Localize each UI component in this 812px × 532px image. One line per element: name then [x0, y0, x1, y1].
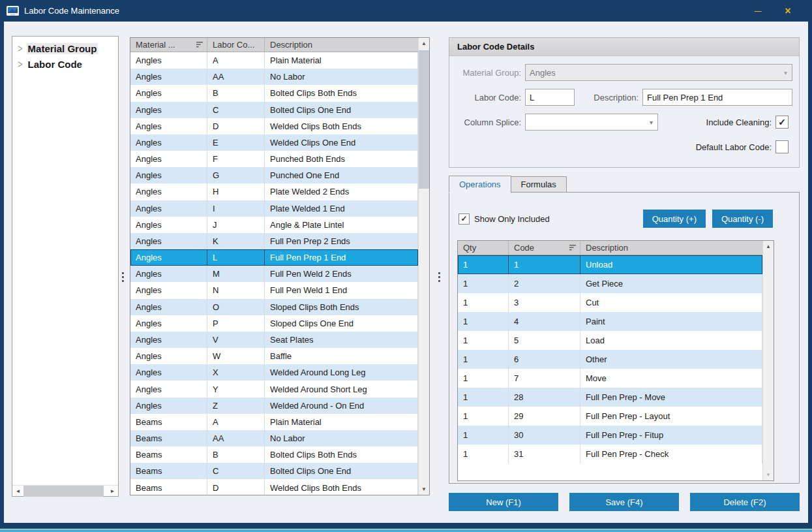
description-field[interactable] — [642, 89, 792, 106]
cell-code: 28 — [509, 388, 580, 407]
scroll-down-icon[interactable]: ▼ — [419, 486, 429, 492]
cell-material-group: Angles — [130, 381, 207, 397]
labor-grid-row[interactable]: Beams C Bolted Clips One End — [130, 463, 418, 479]
labor-grid-row[interactable]: Beams A Plain Material — [130, 414, 418, 430]
operation-row[interactable]: 1 5 Load — [458, 331, 762, 350]
scroll-down-icon[interactable]: ▼ — [763, 472, 774, 478]
quantity-plus-button[interactable]: Quantity (+) — [643, 210, 706, 228]
operation-row[interactable]: 1 6 Other — [458, 350, 762, 369]
tab-operations[interactable]: Operations — [449, 176, 511, 193]
cell-labor-code: X — [207, 364, 265, 381]
column-header-label: Code — [514, 243, 534, 253]
labor-grid-row[interactable]: Angles V Seat Plates — [130, 332, 418, 348]
labor-grid-row[interactable]: Angles N Full Pen Weld 1 End — [130, 282, 418, 298]
cell-qty: 1 — [458, 255, 509, 274]
scrollbar-thumb[interactable] — [23, 486, 104, 497]
cell-material-group: Beams — [130, 463, 207, 479]
cell-description: Welded Clips Both Ends — [265, 479, 418, 495]
cell-description: Welded Clips Both Ends — [265, 118, 418, 134]
labor-code-input[interactable] — [530, 89, 574, 105]
column-header-labor-code[interactable]: Labor Co... — [207, 38, 265, 52]
labor-grid-row[interactable]: Angles K Full Pen Prep 2 Ends — [130, 233, 418, 249]
cell-description: Full Pen Weld 2 Ends — [265, 266, 418, 282]
labor-grid-row[interactable]: Angles X Welded Around Long Leg — [130, 364, 418, 381]
tab-formulas[interactable]: Formulas — [511, 176, 567, 193]
show-only-included-checkbox[interactable]: ✓ — [459, 213, 470, 225]
scroll-up-icon[interactable]: ▲ — [419, 40, 429, 46]
window-bottom-border — [0, 523, 812, 529]
labor-grid-row[interactable]: Angles E Welded Clips One End — [130, 134, 418, 151]
operation-row[interactable]: 1 1 Unload — [458, 255, 762, 274]
close-button[interactable]: × — [773, 0, 803, 22]
tree-horizontal-scrollbar[interactable]: ◄ ► — [12, 485, 118, 496]
splitter-handle-left[interactable] — [120, 267, 125, 287]
operation-row[interactable]: 1 29 Full Pen Prep - Layout — [458, 407, 762, 426]
column-header-material-group[interactable]: Material ... — [130, 38, 207, 52]
labor-grid-row[interactable]: Beams B Bolted Clips Both Ends — [130, 446, 418, 463]
column-header-code[interactable]: Code — [509, 241, 580, 255]
labor-grid-row[interactable]: Angles B Bolted Clips Both Ends — [130, 85, 418, 101]
column-splice-dropdown[interactable]: ▾ — [525, 114, 658, 131]
cell-description: Load — [580, 331, 762, 350]
cell-description: Other — [580, 350, 762, 369]
labor-grid-row[interactable]: Angles O Sloped Clips Both Ends — [130, 299, 418, 315]
labor-grid-row[interactable]: Angles AA No Labor — [130, 69, 418, 85]
chevron-right-icon[interactable]: > — [18, 42, 23, 55]
operations-grid-scrollbar[interactable]: ▲ ▼ — [762, 241, 774, 480]
cell-qty: 1 — [458, 274, 509, 293]
bottom-accent-strip — [0, 529, 812, 532]
cell-description: Punched One End — [265, 167, 418, 183]
operation-row[interactable]: 1 3 Cut — [458, 293, 762, 312]
minimize-button[interactable]: ─ — [743, 0, 773, 22]
operation-row[interactable]: 1 2 Get Piece — [458, 274, 762, 293]
labor-code-field[interactable] — [525, 89, 575, 106]
new-button[interactable]: New (F1) — [449, 493, 558, 511]
labor-grid-row[interactable]: Angles W Baffle — [130, 348, 418, 364]
quantity-minus-button[interactable]: Quantity (-) — [712, 210, 773, 228]
labor-grid-row[interactable]: Angles M Full Pen Weld 2 Ends — [130, 266, 418, 282]
tree-item[interactable]: > Material Group — [12, 40, 118, 56]
column-header-label: Qty — [463, 243, 476, 253]
default-labor-code-checkbox[interactable] — [775, 140, 789, 153]
scrollbar-thumb[interactable] — [419, 50, 429, 189]
cell-labor-code: Y — [207, 381, 265, 397]
labor-grid-row[interactable]: Angles H Plate Welded 2 Ends — [130, 183, 418, 200]
labor-grid-row[interactable]: Angles Y Welded Around Short Leg — [130, 381, 418, 397]
cell-material-group: Beams — [130, 479, 207, 495]
include-cleaning-checkbox[interactable]: ✓ — [775, 116, 789, 129]
tree-item[interactable]: > Labor Code — [12, 56, 118, 72]
labor-grid-row[interactable]: Beams D Welded Clips Both Ends — [130, 479, 418, 495]
description-input[interactable] — [647, 89, 792, 105]
operation-row[interactable]: 1 7 Move — [458, 369, 762, 388]
operation-row[interactable]: 1 4 Paint — [458, 312, 762, 331]
operation-row[interactable]: 1 31 Full Pen Prep - Check — [458, 445, 762, 463]
operation-row[interactable]: 1 30 Full Pen Prep - Fitup — [458, 426, 762, 445]
column-header-description[interactable]: Description — [265, 38, 418, 52]
labor-grid-row[interactable]: Angles A Plain Material — [130, 52, 418, 69]
labor-grid-scrollbar[interactable]: ▲ ▼ — [418, 38, 429, 495]
cell-description: Bolted Clips Both Ends — [265, 85, 418, 101]
scroll-left-icon[interactable]: ◄ — [12, 488, 23, 494]
labor-grid-row[interactable]: Angles C Bolted Clips One End — [130, 102, 418, 118]
labor-grid-row[interactable]: Beams AA No Labor — [130, 430, 418, 446]
column-header-description[interactable]: Description — [580, 241, 762, 255]
description-label: Description: — [575, 93, 642, 102]
save-button[interactable]: Save (F4) — [569, 493, 679, 511]
splitter-handle-right[interactable] — [436, 267, 442, 287]
scroll-up-icon[interactable]: ▲ — [763, 243, 774, 249]
cell-description: Cut — [580, 293, 762, 312]
labor-grid-row[interactable]: Angles Z Welded Around - On End — [130, 398, 418, 414]
labor-grid-row[interactable]: Angles G Punched One End — [130, 167, 418, 183]
column-header-qty[interactable]: Qty — [458, 241, 509, 255]
labor-grid-row[interactable]: Angles P Sloped Clips One End — [130, 315, 418, 332]
labor-grid-row[interactable]: Angles D Welded Clips Both Ends — [130, 118, 418, 134]
scroll-right-icon[interactable]: ► — [107, 488, 118, 494]
labor-grid-row[interactable]: Angles L Full Pen Prep 1 End — [130, 249, 418, 266]
labor-grid-row[interactable]: Angles I Plate Welded 1 End — [130, 200, 418, 217]
delete-button[interactable]: Delete (F2) — [690, 493, 800, 511]
chevron-right-icon[interactable]: > — [18, 57, 23, 70]
labor-grid-row[interactable]: Angles J Angle & Plate Lintel — [130, 217, 418, 233]
labor-grid-row[interactable]: Angles F Punched Both Ends — [130, 151, 418, 167]
cell-description: Full Pen Prep - Layout — [580, 407, 762, 426]
operation-row[interactable]: 1 28 Full Pen Prep - Move — [458, 388, 762, 407]
